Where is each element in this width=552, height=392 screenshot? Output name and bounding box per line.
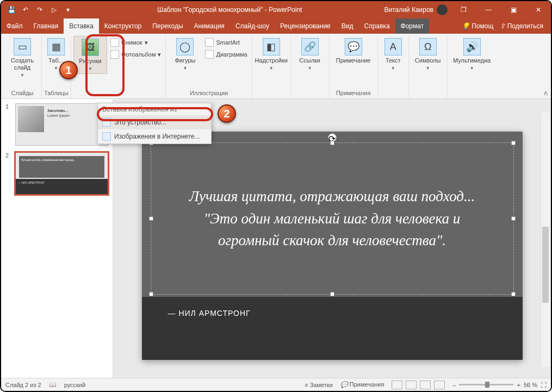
undo-icon[interactable]: ↶ xyxy=(21,5,30,15)
tell-me-search[interactable]: 💡 Помощ xyxy=(462,22,493,30)
chevron-down-icon: ▼ xyxy=(269,66,274,71)
tab-help[interactable]: Справка xyxy=(358,18,395,34)
table-icon: ▦ xyxy=(47,38,65,55)
screenshot-icon xyxy=(110,38,119,47)
group-addins: ◧ Надстройки ▼ xyxy=(252,36,291,98)
slide-canvas[interactable]: ⟳ Лучшая цитата, отражающая ваш подход..… xyxy=(142,132,523,360)
group-label-comments: Примечания xyxy=(332,89,375,98)
avatar-icon xyxy=(437,4,448,15)
comments-toggle[interactable]: 💬 Примечания xyxy=(340,381,384,388)
language-indicator[interactable]: русский xyxy=(64,382,85,388)
ribbon-insert: ▭ Создать слайд ▼ Слайды ▦ Таб... ▼ Табл… xyxy=(1,34,551,99)
thumbnail-preview: Заголово...Lorem Ipsum xyxy=(15,103,108,146)
chevron-down-icon: ▼ xyxy=(426,66,430,71)
zoom-in-button[interactable]: + xyxy=(517,382,520,388)
normal-view-button[interactable] xyxy=(392,381,402,389)
symbols-button[interactable]: Ω Символы ▼ xyxy=(411,36,445,73)
resize-handle[interactable] xyxy=(149,216,153,221)
zoom-out-button[interactable]: – xyxy=(452,382,456,388)
pictures-button[interactable]: 🖼 Рисунки ▼ xyxy=(73,36,107,74)
shapes-button[interactable]: ◯ Фигуры ▼ xyxy=(168,36,202,73)
group-label-slides: Слайды xyxy=(5,89,39,98)
status-bar: Слайд 2 из 2 📖 русский ≡ Заметки 💬 Приме… xyxy=(1,378,551,391)
tab-file[interactable]: Файл xyxy=(1,18,28,34)
annotation-callout-1: 1 xyxy=(59,61,78,79)
resize-handle[interactable] xyxy=(330,292,334,296)
chevron-down-icon: ▼ xyxy=(470,66,474,71)
chart-button[interactable]: Диаграмма xyxy=(203,49,249,60)
thumbnail-1[interactable]: 1 Заголово...Lorem Ipsum xyxy=(5,103,108,146)
window-controls: ❐ — ▣ ✕ xyxy=(451,1,551,18)
tab-view[interactable]: Вид xyxy=(336,18,359,34)
close-button[interactable]: ✕ xyxy=(526,1,551,18)
links-button[interactable]: 🔗 Ссылки ▼ xyxy=(293,36,327,73)
notes-icon: ≡ xyxy=(305,382,308,388)
collapse-ribbon-icon[interactable]: ᐱ xyxy=(544,90,548,96)
tab-home[interactable]: Главная xyxy=(28,18,64,34)
insert-online-pictures-item[interactable]: Изображения в Интернете... xyxy=(98,129,211,144)
tab-format[interactable]: Формат xyxy=(395,18,430,34)
insert-picture-dropdown: Вставка изображения из Это устройство...… xyxy=(97,103,212,144)
insert-from-device-item[interactable]: Это устройство... xyxy=(98,115,211,129)
author-text: — НИЛ АРМСТРОНГ xyxy=(168,309,251,318)
thumbnail-2[interactable]: 2 Лучшая цитата, отражающая ваш подход..… xyxy=(5,152,108,195)
sorter-view-button[interactable] xyxy=(406,381,417,389)
ribbon-display-options-icon[interactable]: ❐ xyxy=(451,1,476,18)
resize-handle[interactable] xyxy=(149,292,153,296)
spellcheck-icon[interactable]: 📖 xyxy=(49,381,57,388)
tab-transitions[interactable]: Переходы xyxy=(147,18,188,34)
slide-thumbnails-panel[interactable]: 1 Заголово...Lorem Ipsum 2 Лучшая цитата… xyxy=(1,99,113,378)
resize-handle[interactable] xyxy=(511,141,516,145)
group-symbols: Ω Символы ▼ xyxy=(409,36,448,98)
comment-button[interactable]: 💬 Примечание xyxy=(332,36,375,66)
chevron-down-icon: ▾ xyxy=(145,39,148,46)
thumbnail-preview: Лучшая цитата, отражающая ваш подход... … xyxy=(15,152,108,195)
group-links: 🔗 Ссылки ▼ xyxy=(291,36,330,98)
tab-review[interactable]: Рецензирование xyxy=(275,18,336,34)
quote-textbox[interactable]: Лучшая цитата, отражающая ваш подход... … xyxy=(151,142,514,295)
bulb-icon: 💡 xyxy=(462,22,470,30)
group-slides: ▭ Создать слайд ▼ Слайды xyxy=(3,36,42,98)
addins-button[interactable]: ◧ Надстройки ▼ xyxy=(255,36,288,73)
scrollbar-thumb[interactable] xyxy=(542,227,549,303)
notes-toggle[interactable]: ≡ Заметки xyxy=(305,382,333,388)
new-slide-button[interactable]: ▭ Создать слайд ▼ xyxy=(5,36,39,80)
tab-animations[interactable]: Анимация xyxy=(189,18,230,34)
minimize-button[interactable]: — xyxy=(476,1,501,18)
group-label-addins xyxy=(255,89,288,98)
vertical-scrollbar[interactable] xyxy=(541,113,550,367)
resize-handle[interactable] xyxy=(330,141,334,145)
start-from-beginning-icon[interactable]: ▷ xyxy=(49,5,59,15)
author-band[interactable]: — НИЛ АРМСТРОНГ xyxy=(142,297,523,360)
tab-design[interactable]: Конструктор xyxy=(99,18,147,34)
save-icon[interactable]: 💾 xyxy=(7,5,16,15)
chevron-down-icon: ▼ xyxy=(391,66,395,71)
fit-to-window-button[interactable]: ⛶ xyxy=(541,382,547,388)
zoom-percent[interactable]: 56 % xyxy=(524,382,537,388)
chevron-down-icon: ▼ xyxy=(308,66,312,71)
zoom-knob[interactable] xyxy=(485,382,489,388)
smartart-button[interactable]: SmartArt xyxy=(203,37,249,48)
window-title: Шаблон "Городской монохромный" - PowerPo… xyxy=(78,6,381,14)
account-area[interactable]: Виталий Каиров xyxy=(381,4,451,15)
photo-album-button[interactable]: Фотоальбом ▾ xyxy=(108,49,164,60)
tab-insert[interactable]: Вставка xyxy=(64,18,99,34)
zoom-slider[interactable] xyxy=(459,384,513,385)
slideshow-view-button[interactable] xyxy=(434,381,445,389)
chevron-down-icon: ▼ xyxy=(54,66,58,71)
text-button[interactable]: A Текст ▼ xyxy=(380,36,406,73)
maximize-button[interactable]: ▣ xyxy=(501,1,526,18)
slide-counter[interactable]: Слайд 2 из 2 xyxy=(5,382,41,388)
resize-handle[interactable] xyxy=(511,216,516,221)
group-illustrations: ◯ Фигуры ▼ SmartArt Диаграмма Иллюстраци… xyxy=(166,36,252,98)
screenshot-button[interactable]: Снимок ▾ xyxy=(108,37,164,48)
resize-handle[interactable] xyxy=(511,292,516,296)
new-slide-icon: ▭ xyxy=(14,38,31,55)
tab-slideshow[interactable]: Слайд-шоу xyxy=(230,18,275,34)
media-button[interactable]: 🔊 Мультимедиа ▼ xyxy=(450,36,494,73)
reading-view-button[interactable] xyxy=(420,381,431,389)
qat-customize-icon[interactable]: ▾ xyxy=(63,5,73,15)
share-button[interactable]: ⇪ Поделиться xyxy=(500,22,543,30)
redo-icon[interactable]: ↷ xyxy=(35,5,45,15)
group-media: 🔊 Мультимедиа ▼ xyxy=(448,36,497,98)
